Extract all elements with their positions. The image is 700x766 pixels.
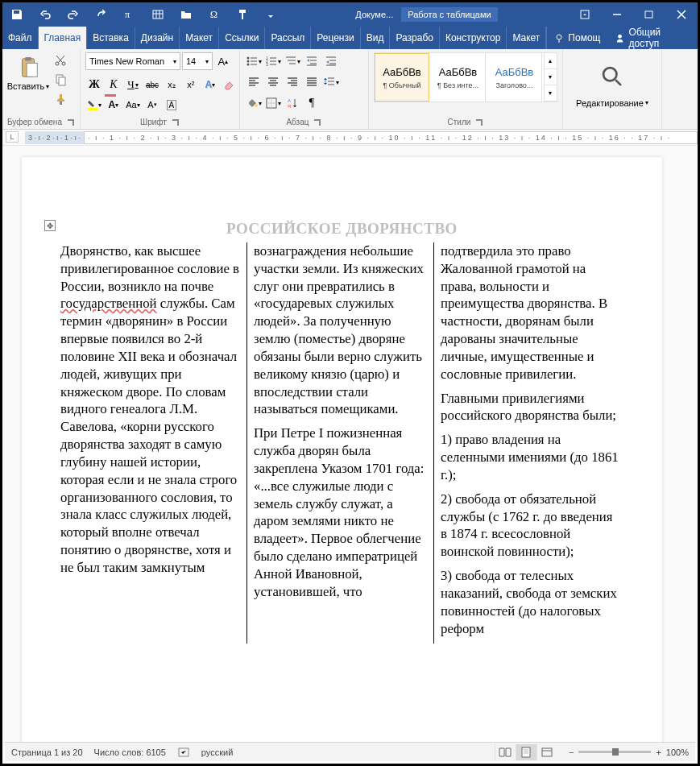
group-editing: Редактирование▾ [563, 49, 662, 129]
font-color-button[interactable]: A▾ [105, 96, 122, 114]
bold-button[interactable]: Ж [85, 76, 103, 93]
style-heading1[interactable]: АаБбВв Заголово... [487, 53, 542, 101]
format-brush-button[interactable] [228, 2, 256, 27]
align-right-button[interactable] [284, 73, 301, 91]
language[interactable]: русский [201, 747, 233, 757]
shrink-font-button[interactable]: A▾ [143, 96, 161, 114]
save-button[interactable] [2, 2, 31, 27]
dec-indent-button[interactable] [303, 52, 321, 70]
table-button[interactable] [143, 2, 172, 27]
highlight-button[interactable]: ▾ [85, 96, 103, 114]
document-area[interactable]: ✥ РОССИЙСКОЕ ДВОРЯНСТВО Дворянство, как … [2, 146, 698, 747]
line-spacing-button[interactable]: ▾ [322, 73, 340, 91]
superscript-button[interactable]: x² [182, 76, 200, 93]
spelling-error[interactable]: государственной [60, 296, 157, 311]
tab-selector[interactable]: L [6, 131, 19, 143]
svg-text:Ω: Ω [210, 9, 217, 20]
launcher-icon[interactable] [67, 118, 75, 126]
column-3[interactable]: подтвердила это право Жалованной грамото… [434, 242, 621, 644]
equation-button[interactable]: π [115, 2, 143, 27]
svg-point-18 [246, 64, 249, 66]
page[interactable]: ✥ РОССИЙСКОЕ ДВОРЯНСТВО Дворянство, как … [22, 157, 662, 747]
launcher-icon[interactable] [313, 118, 321, 126]
column-2[interactable]: вознаграждения небольшие участки земли. … [247, 242, 434, 644]
web-layout-button[interactable] [536, 744, 557, 760]
tab-table-layout[interactable]: Макет [507, 27, 546, 49]
symbol-button[interactable]: Ω [200, 2, 228, 27]
close-button[interactable] [665, 2, 698, 27]
zoom-in-button[interactable]: + [656, 747, 661, 757]
clear-format-button[interactable] [221, 76, 238, 93]
strike-button[interactable]: abc [143, 76, 161, 93]
sort-button[interactable]: AЯ [284, 94, 301, 112]
tab-home[interactable]: Главная [39, 27, 88, 49]
person-icon [615, 32, 625, 43]
text-effects-button[interactable]: A▾ [201, 76, 219, 93]
bullets-button[interactable]: ▾ [245, 52, 263, 70]
tab-view[interactable]: Вид [361, 27, 391, 49]
char-border-button[interactable]: A [163, 96, 180, 114]
inc-indent-button[interactable] [322, 52, 340, 70]
find-button[interactable] [600, 61, 624, 92]
tab-developer[interactable]: Разрабо [390, 27, 440, 49]
font-name-combo[interactable]: Times New Roman▾ [85, 52, 180, 70]
multilevel-button[interactable]: ▾ [284, 52, 301, 70]
style-no-spacing[interactable]: АаБбВв ¶ Без инте... [431, 53, 486, 101]
tab-insert[interactable]: Вставка [87, 27, 135, 49]
tab-mailings[interactable]: Рассыл [265, 27, 311, 49]
align-left-button[interactable] [245, 73, 263, 91]
table-move-handle[interactable]: ✥ [44, 220, 56, 231]
print-layout-button[interactable] [516, 744, 536, 760]
tell-me-search[interactable]: Помощ [546, 27, 607, 49]
justify-button[interactable] [303, 73, 321, 91]
style-normal[interactable]: АаБбВв ¶ Обычный [375, 53, 429, 101]
undo-button[interactable] [31, 2, 59, 27]
redo2-button[interactable] [87, 2, 115, 27]
grow-font-button[interactable]: A▴ [214, 52, 232, 70]
styles-gallery[interactable]: АаБбВв ¶ Обычный АаБбВв ¶ Без инте... Аа… [374, 52, 557, 102]
styles-more-button[interactable]: ▴ ▾ ▾ [544, 53, 557, 101]
paste-button[interactable]: Вставить▾ [7, 52, 49, 94]
tab-file[interactable]: Файл [2, 27, 39, 49]
minimize-button[interactable] [601, 2, 633, 27]
subscript-button[interactable]: x₂ [163, 76, 180, 93]
underline-button[interactable]: Ч▾ [124, 76, 142, 93]
spellcheck-icon[interactable] [177, 746, 190, 759]
qat-more-button[interactable] [256, 2, 284, 27]
italic-button[interactable]: К [105, 76, 122, 93]
page-count[interactable]: Страница 1 из 20 [11, 747, 83, 757]
tab-table-design[interactable]: Конструктор [440, 27, 507, 49]
shading-button[interactable]: ▾ [245, 94, 263, 112]
zoom-control[interactable]: − + 100% [569, 747, 689, 757]
borders-button[interactable]: ▾ [264, 94, 282, 112]
tab-design[interactable]: Дизайн [135, 27, 180, 49]
share-button[interactable]: Общий доступ [607, 27, 698, 49]
copy-button[interactable] [52, 72, 68, 88]
launcher-icon[interactable] [172, 118, 180, 126]
show-marks-button[interactable]: ¶ [303, 94, 321, 112]
tab-review[interactable]: Рецензи [311, 27, 360, 49]
format-painter-button[interactable] [52, 91, 68, 107]
change-case-button[interactable]: Aa▾ [124, 96, 142, 114]
svg-point-6 [619, 35, 623, 39]
maximize-button[interactable] [633, 2, 665, 27]
zoom-out-button[interactable]: − [569, 747, 574, 757]
numbering-button[interactable]: 123▾ [264, 52, 282, 70]
document-heading[interactable]: РОССИЙСКОЕ ДВОРЯНСТВО [60, 220, 623, 238]
tab-references[interactable]: Ссылки [219, 27, 265, 49]
read-mode-button[interactable] [495, 744, 516, 760]
horizontal-ruler[interactable]: L 3 · ı · 2 · ı · 1 · ı · · ı · 1 · ı · … [2, 130, 698, 146]
tab-layout[interactable]: Макет [180, 27, 219, 49]
align-center-button[interactable] [264, 73, 282, 91]
zoom-slider[interactable] [578, 751, 651, 753]
group-paragraph: ▾ 123▾ ▾ ▾ ▾ ▾ AЯ ¶ [240, 49, 369, 129]
word-count[interactable]: Число слов: 6105 [94, 747, 166, 757]
redo-button[interactable] [59, 2, 87, 27]
column-1[interactable]: Дворянство, как высшее привилегированное… [60, 242, 247, 644]
open-button[interactable] [172, 2, 200, 27]
ribbon-options-button[interactable] [569, 2, 601, 27]
zoom-level[interactable]: 100% [666, 747, 689, 757]
cut-button[interactable] [52, 52, 68, 68]
launcher-icon[interactable] [475, 118, 483, 126]
font-size-combo[interactable]: 14▾ [182, 52, 213, 70]
